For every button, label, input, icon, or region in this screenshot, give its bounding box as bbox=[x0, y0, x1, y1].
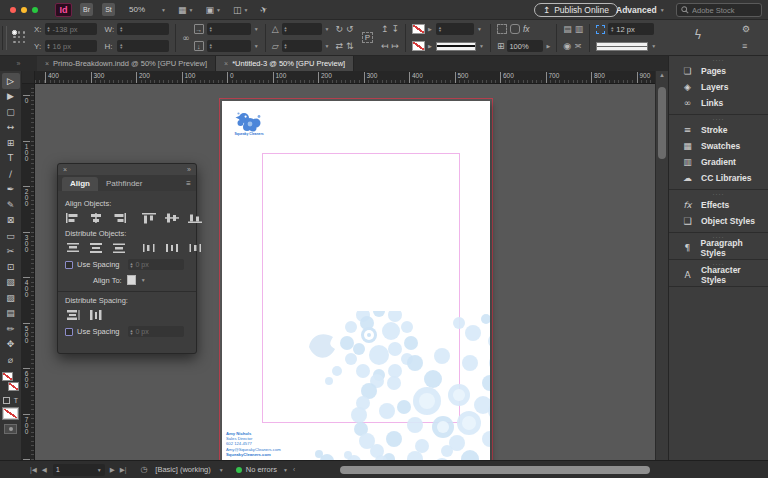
tab-pathfinder[interactable]: Pathfinder bbox=[98, 177, 150, 191]
gap-tool[interactable]: ↔ bbox=[2, 120, 20, 136]
horizontal-scroll-thumb[interactable] bbox=[340, 466, 650, 474]
fullscreen-window-button[interactable] bbox=[32, 7, 38, 13]
bridge-button[interactable]: Br bbox=[80, 3, 93, 16]
zoom-tool[interactable]: ⌀ bbox=[2, 352, 20, 368]
opacity-field[interactable]: 100% bbox=[507, 40, 543, 52]
formatting-container-icon[interactable] bbox=[3, 397, 10, 404]
type-tool[interactable]: T bbox=[2, 151, 20, 167]
hand-tool[interactable]: ✥ bbox=[2, 337, 20, 353]
screen-mode-dropdown[interactable]: ▣▼ bbox=[205, 5, 220, 15]
distribute-right-edges-button[interactable] bbox=[187, 242, 203, 254]
scroll-up-icon[interactable]: ▲ bbox=[659, 72, 665, 78]
view-options-dropdown[interactable]: ▦▼ bbox=[178, 5, 193, 15]
x-field[interactable]: ▲▼-138 px bbox=[45, 23, 97, 35]
panel-tab-pages[interactable]: ❏Pages bbox=[669, 63, 768, 79]
text-wrap-object-icon[interactable]: ◉ bbox=[563, 41, 571, 51]
align-bottom-edges-button[interactable] bbox=[187, 212, 203, 224]
horizontal-ruler[interactable]: 4003002001000100200300400500600700800900 bbox=[35, 71, 655, 84]
close-tab-icon[interactable]: × bbox=[224, 60, 228, 67]
panel-tab-effects[interactable]: fxEffects bbox=[669, 197, 768, 213]
collapse-panel-icon[interactable]: » bbox=[187, 166, 191, 173]
vertical-ruler[interactable]: 01002003004005006007008 bbox=[22, 84, 35, 460]
gradient-tool[interactable]: ▧ bbox=[2, 275, 20, 291]
panel-grip[interactable] bbox=[2, 26, 7, 50]
corner-options-icon[interactable] bbox=[510, 24, 520, 34]
apply-gradient-button[interactable] bbox=[4, 424, 17, 434]
panel-group-grip[interactable]: ···· bbox=[669, 115, 768, 122]
align-vertical-centers-button[interactable] bbox=[164, 212, 180, 224]
stroke-weight-field[interactable]: ▲▼ bbox=[436, 23, 474, 35]
gradient-feather-tool[interactable]: ▨ bbox=[2, 290, 20, 306]
distribute-bottom-edges-button[interactable] bbox=[111, 242, 127, 254]
close-tab-icon[interactable]: × bbox=[45, 60, 49, 67]
eyedropper-tool[interactable]: ✏ bbox=[2, 321, 20, 337]
preflight-profile[interactable]: [Basic] (working) bbox=[155, 465, 210, 474]
rotate-cw-icon[interactable]: ↻ bbox=[336, 24, 344, 34]
w-field[interactable]: ▲▼ bbox=[117, 23, 169, 35]
text-wrap-jump-icon[interactable]: ≍ bbox=[574, 41, 582, 51]
align-panel-menu-icon[interactable]: ≡ bbox=[186, 179, 191, 188]
text-wrap-none-icon[interactable]: ▤ bbox=[563, 24, 572, 34]
content-collector-tool[interactable]: ⊞ bbox=[2, 135, 20, 151]
close-window-button[interactable] bbox=[10, 7, 16, 13]
panel-tab-layers[interactable]: ◈Layers bbox=[669, 79, 768, 95]
flip-vertical-icon[interactable]: ⇅ bbox=[346, 41, 354, 51]
next-page-button[interactable]: ▶ bbox=[110, 466, 115, 474]
distribute-vertical-space-button[interactable] bbox=[65, 309, 81, 321]
distribute-horizontal-space-button[interactable] bbox=[88, 309, 104, 321]
panel-tab-stroke[interactable]: ≡Stroke bbox=[669, 122, 768, 138]
text-wrap-bounding-icon[interactable]: ▥ bbox=[575, 24, 584, 34]
stock-button[interactable]: St bbox=[102, 3, 115, 16]
spacing-field[interactable]: ▲▼0 px bbox=[128, 259, 184, 270]
first-page-button[interactable]: |◀ bbox=[30, 466, 37, 474]
frame-tool[interactable]: ⊠ bbox=[2, 213, 20, 229]
reference-point-proxy[interactable] bbox=[13, 31, 26, 44]
vertical-scroll-thumb[interactable] bbox=[658, 87, 666, 159]
close-panel-icon[interactable]: × bbox=[63, 166, 67, 173]
page-number-dropdown[interactable]: 1▼ bbox=[53, 464, 105, 476]
panel-tab-character-styles[interactable]: ACharacter Styles bbox=[669, 267, 768, 283]
distribute-v-small-icon[interactable]: ↧ bbox=[392, 24, 400, 34]
tab-align[interactable]: Align bbox=[62, 177, 98, 191]
panel-group-grip[interactable]: ···· bbox=[669, 190, 768, 197]
spacing2-field[interactable]: ▲▼0 px bbox=[128, 326, 184, 337]
minimize-window-button[interactable] bbox=[21, 7, 27, 13]
apply-none-button[interactable] bbox=[3, 408, 18, 419]
preflight-status-caret[interactable]: ▼ bbox=[283, 467, 288, 473]
distribute-h-small-icon[interactable]: ↦ bbox=[392, 41, 400, 51]
document-page[interactable]: Squeaky Cleaners Amy NicholsSales Direct… bbox=[222, 101, 490, 460]
align-horizontal-centers-button[interactable] bbox=[88, 212, 104, 224]
panel-group-grip[interactable]: ···· bbox=[669, 56, 768, 63]
gpu-performance-icon[interactable]: ϟ bbox=[694, 28, 702, 42]
last-page-button[interactable]: ▶| bbox=[120, 466, 127, 474]
scale-y-field[interactable]: ▲▼ bbox=[207, 40, 251, 52]
panel-tab-cc-libraries[interactable]: ☁CC Libraries bbox=[669, 170, 768, 186]
gear-icon[interactable]: ⚙ bbox=[742, 24, 750, 34]
preflight-status[interactable]: No errors bbox=[246, 465, 277, 474]
panel-menu-icon[interactable]: ≡ bbox=[742, 41, 747, 51]
ruler-origin-corner[interactable] bbox=[22, 71, 35, 84]
panel-tab-object-styles[interactable]: ❑Object Styles bbox=[669, 213, 768, 229]
h-field[interactable]: ▲▼ bbox=[117, 40, 169, 52]
shear-field[interactable]: ▲▼ bbox=[282, 40, 322, 52]
pen-tool[interactable]: ✒ bbox=[2, 182, 20, 198]
rectangle-tool[interactable]: ▭ bbox=[2, 228, 20, 244]
align-top-small-icon[interactable]: ↥ bbox=[381, 24, 389, 34]
distribute-horizontal-centers-button[interactable] bbox=[164, 242, 180, 254]
align-to-selection-icon[interactable] bbox=[127, 275, 136, 285]
constrain-proportions-icon[interactable]: ∞ bbox=[182, 33, 190, 43]
search-input[interactable] bbox=[692, 6, 756, 15]
arrange-documents-dropdown[interactable]: ◫▼ bbox=[233, 5, 248, 15]
zoom-level-dropdown[interactable]: 50%▼ bbox=[129, 5, 166, 14]
y-field[interactable]: ▲▼16 px bbox=[45, 40, 97, 52]
effects-fx-icon[interactable]: fx bbox=[523, 24, 530, 34]
style-preview-dropdown[interactable] bbox=[596, 42, 648, 51]
document-tab[interactable]: ×Primo-Breakdown.indd @ 50% [GPU Preview… bbox=[37, 56, 216, 71]
direct-selection-tool[interactable]: ▶ bbox=[2, 89, 20, 105]
vertical-scrollbar[interactable]: ▲ bbox=[655, 71, 668, 460]
free-transform-tool[interactable]: ⊡ bbox=[2, 259, 20, 275]
workspace-switcher[interactable]: Advanced▼ bbox=[616, 3, 665, 17]
line-tool[interactable]: ∕ bbox=[2, 166, 20, 182]
panel-tab-gradient[interactable]: ▥Gradient bbox=[669, 154, 768, 170]
distribute-top-edges-button[interactable] bbox=[65, 242, 81, 254]
